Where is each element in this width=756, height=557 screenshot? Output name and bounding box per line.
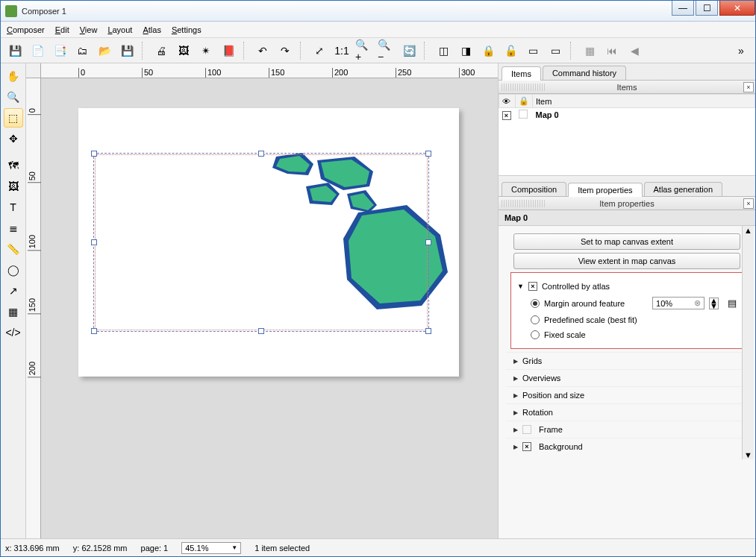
zoom-full-icon[interactable]: ⤢ [310,41,329,60]
resize-handle-tl[interactable] [91,151,97,157]
add-arrow-icon[interactable]: ↗ [4,281,23,300]
save-icon[interactable]: 💾 [5,41,25,60]
export-image-icon[interactable]: 🖼 [174,41,193,60]
status-page: page: 1 [141,544,169,553]
lock-checkbox[interactable] [519,110,528,119]
menu-atlas[interactable]: Atlas [143,25,160,34]
duplicate-composer-icon[interactable]: 📑 [50,41,69,60]
items-panel-close-icon[interactable]: × [743,82,754,92]
tab-composition[interactable]: Composition [502,182,566,196]
background-checkbox[interactable]: × [522,442,531,451]
atlas-prev-icon[interactable]: ◀ [625,41,644,60]
position-size-section[interactable]: Position and size [506,386,748,403]
redo-icon[interactable]: ↷ [275,41,295,60]
add-image-icon[interactable]: 🖼 [4,177,23,196]
export-pdf-icon[interactable]: 📕 [219,41,238,60]
rotation-section[interactable]: Rotation [506,403,748,421]
group-icon[interactable]: ◫ [434,41,453,60]
data-defined-icon[interactable]: ▤ [728,298,737,309]
item-props-close-icon[interactable]: × [743,198,754,209]
status-x: x: 313.696 mm [5,544,60,553]
item-properties-body: Map 0 Set to map canvas extent View exte… [499,210,755,538]
minimize-button[interactable]: — [672,1,694,16]
margin-label: Margin around feature [544,299,648,308]
items-list[interactable]: 👁 🔒 Item × Map 0 [499,94,755,176]
tab-items[interactable]: Items [502,66,541,81]
lock-column-icon: 🔒 [519,96,529,105]
zoom-actual-icon[interactable]: 1:1 [332,41,352,60]
zoom-tool-icon[interactable]: 🔍 [4,87,23,107]
menu-layout[interactable]: Layout [107,25,132,34]
tab-atlas-generation[interactable]: Atlas generation [644,182,723,196]
add-legend-icon[interactable]: ≣ [4,218,23,238]
menu-composer[interactable]: CComposeromposer [7,25,45,34]
select-tool-icon[interactable]: ⬚ [4,108,23,128]
add-scalebar-icon[interactable]: 📏 [4,239,23,259]
zoom-in-icon[interactable]: 🔍+ [354,41,374,60]
pan-tool-icon[interactable]: ✋ [4,66,23,86]
resize-handle-ml[interactable] [91,239,97,245]
top-tabs: Items Command history [499,63,755,81]
resize-handle-bc[interactable] [258,328,264,334]
resize-handle-tr[interactable] [425,151,431,157]
atlas-preview-icon[interactable]: ▦ [580,41,599,60]
move-content-tool-icon[interactable]: ✥ [4,129,23,148]
open-template-icon[interactable]: 📂 [95,41,114,60]
menu-edit[interactable]: Edit [55,25,69,34]
resize-handle-bl[interactable] [91,328,97,334]
background-section[interactable]: ×Background [506,438,748,455]
ruler-corner [26,63,41,78]
menu-view[interactable]: View [80,25,98,34]
lock-icon[interactable]: 🔒 [478,41,498,60]
menu-settings[interactable]: Settings [172,25,202,34]
view-extent-button[interactable]: View extent in map canvas [513,253,741,269]
save-template-icon[interactable]: 💾 [117,41,137,60]
main-toolbar: 💾 📄 📑 🗂 📂 💾 🖨 🖼 ✴ 📕 ↶ ↷ ⤢ 1:1 🔍+ 🔍− 🔄 ◫ … [1,38,755,63]
toolbar-overflow-icon[interactable]: » [731,41,751,60]
add-label-icon[interactable]: T [4,198,23,217]
eye-icon: 👁 [502,97,510,106]
lower-icon[interactable]: ▭ [546,41,565,60]
map-item-selection[interactable] [93,153,429,332]
app-window: Composer 1 — ☐ ✕ CComposeromposer Edit V… [0,0,756,557]
zoom-selector[interactable]: 45.1%▼ [181,542,241,554]
table-row[interactable]: × Map 0 [499,108,755,122]
add-table-icon[interactable]: ▦ [4,302,23,321]
set-to-canvas-extent-button[interactable]: Set to map canvas extent [513,233,741,250]
resize-handle-br[interactable] [425,328,431,334]
atlas-first-icon[interactable]: ⏮ [602,41,622,60]
close-button[interactable]: ✕ [719,1,755,16]
predefined-scale-radio[interactable] [531,315,540,324]
raise-icon[interactable]: ▭ [523,41,543,60]
add-shape-icon[interactable]: ◯ [4,260,23,280]
export-svg-icon[interactable]: ✴ [196,41,216,60]
statusbar: x: 313.696 mm y: 62.1528 mm page: 1 45.1… [1,538,755,556]
ungroup-icon[interactable]: ◨ [456,41,475,60]
margin-spinner[interactable]: ▲▼ [709,298,719,309]
unlock-icon[interactable]: 🔓 [501,41,520,60]
controlled-by-atlas-checkbox[interactable]: × [528,282,537,291]
canvas-viewport[interactable] [41,78,498,538]
refresh-icon[interactable]: 🔄 [399,41,419,60]
overviews-section[interactable]: Overviews [506,369,748,386]
maximize-button[interactable]: ☐ [696,1,718,16]
resize-handle-mr[interactable] [425,239,431,245]
properties-scrollbar[interactable]: ▲▼ [742,226,754,459]
zoom-out-icon[interactable]: 🔍− [377,41,396,60]
fixed-scale-radio[interactable] [531,330,540,339]
frame-checkbox[interactable] [522,425,531,434]
resize-handle-tc[interactable] [258,151,264,157]
print-icon[interactable]: 🖨 [151,41,171,60]
margin-input[interactable]: 10%⊗ [652,297,705,309]
frame-section[interactable]: Frame [506,421,748,438]
add-map-icon[interactable]: 🗺 [4,156,23,175]
undo-icon[interactable]: ↶ [253,41,272,60]
tab-command-history[interactable]: Command history [543,66,626,80]
new-composer-icon[interactable]: 📄 [28,41,47,60]
add-html-icon[interactable]: </> [4,323,23,342]
composer-manager-icon[interactable]: 🗂 [72,41,92,60]
tab-item-properties[interactable]: Item properties [568,183,642,197]
visibility-checkbox[interactable]: × [502,111,511,120]
grids-section[interactable]: Grids [506,352,748,369]
margin-radio[interactable] [531,299,540,308]
